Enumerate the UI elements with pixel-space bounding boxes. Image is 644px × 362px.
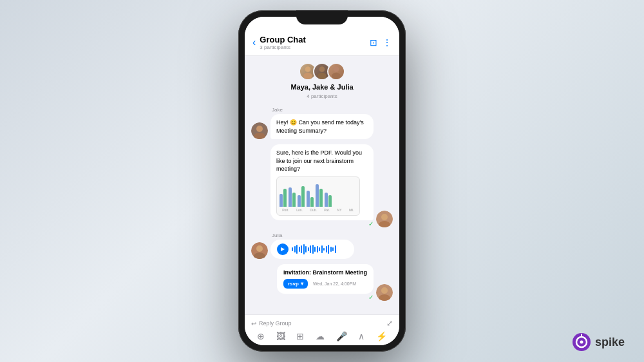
reply-placeholder[interactable]: Reply Group xyxy=(259,320,384,327)
reply-icon: ↩ xyxy=(251,320,256,327)
svg-point-13 xyxy=(256,245,263,252)
toolbar-row: ⊕ 🖼 ⊞ ☁ 🎤 ∧ ⚡ xyxy=(251,331,393,341)
mic-icon[interactable]: 🎤 xyxy=(336,331,347,341)
svg-point-4 xyxy=(334,66,339,72)
rsvp-button[interactable]: rsvp ▾ xyxy=(283,279,308,289)
reply-row: ↩ Reply Group ⤢ xyxy=(251,319,393,328)
julia-voice-col: Julia ▶ xyxy=(270,233,354,259)
my-avatar-2 xyxy=(376,284,393,301)
invite-date: Wed, Jan 22, 4:00PM xyxy=(313,281,356,286)
phone-screen: ‹ Group Chat 3 participants ⊡ ⋮ xyxy=(245,17,399,345)
jake-avatar xyxy=(251,122,268,139)
edit-icon[interactable]: ⊡ xyxy=(370,37,377,48)
phone-notch xyxy=(296,10,348,24)
my-avatar-1 xyxy=(376,211,393,227)
chat-subtitle: 3 participants xyxy=(260,44,366,50)
rsvp-chevron: ▾ xyxy=(301,281,303,287)
group-info-card: Maya, Jake & Julia 4 participants xyxy=(251,62,393,99)
outgoing1-text: Sure, here is the PDF. Would you like to… xyxy=(276,149,362,172)
svg-point-7 xyxy=(256,126,263,132)
chat-body: Maya, Jake & Julia 4 participants Jake H… xyxy=(245,56,399,314)
rsvp-label: rsvp xyxy=(288,281,299,287)
play-button[interactable]: ▶ xyxy=(277,243,289,255)
invite-actions: rsvp ▾ Wed, Jan 22, 4:00PM xyxy=(283,279,367,289)
svg-point-1 xyxy=(303,73,312,79)
jake-message-text: Hey! 😊 Can you send me today's Meeting S… xyxy=(276,119,364,134)
invite-bubble: Invitation: Brainstorm Meeting rsvp ▾ We… xyxy=(277,264,374,294)
jake-message-bubble: Hey! 😊 Can you send me today's Meeting S… xyxy=(270,114,374,139)
jake-message-col: Jake Hey! 😊 Can you send me today's Meet… xyxy=(270,107,374,139)
message-row-outgoing1: Sure, here is the PDF. Would you like to… xyxy=(251,144,393,227)
spike-branding: spike xyxy=(572,332,625,352)
tick-check-1: ✓ xyxy=(368,220,374,227)
chart-container: Port.Lon.Dub.Par.NYMil. xyxy=(276,176,360,216)
svg-point-0 xyxy=(305,66,311,72)
chat-title: Group Chat xyxy=(260,35,366,44)
expand-icon[interactable]: ⤢ xyxy=(386,319,393,328)
svg-point-5 xyxy=(332,73,341,79)
svg-point-3 xyxy=(317,73,327,79)
grid-icon[interactable]: ⊞ xyxy=(296,331,304,341)
tick-check-2: ✓ xyxy=(368,294,374,301)
more-icon[interactable]: ⋮ xyxy=(383,37,392,48)
julia-sender-name: Julia xyxy=(270,233,354,238)
spike-name: spike xyxy=(595,336,625,349)
outgoing1-bubble: Sure, here is the PDF. Would you like to… xyxy=(270,144,374,220)
message-row-invite: Invitation: Brainstorm Meeting rsvp ▾ We… xyxy=(251,264,393,301)
message-row-jake: Jake Hey! 😊 Can you send me today's Meet… xyxy=(251,107,393,139)
plus-icon[interactable]: ⊕ xyxy=(257,331,265,341)
julia-avatar xyxy=(251,242,268,259)
chart-labels: Port.Lon.Dub.Par.NYMil. xyxy=(279,208,357,213)
back-button[interactable]: ‹ xyxy=(252,37,256,48)
spike-logo-icon xyxy=(572,332,591,352)
svg-point-16 xyxy=(381,287,388,294)
header-title-block: Group Chat 3 participants xyxy=(260,35,366,50)
outgoing1-col: Sure, here is the PDF. Would you like to… xyxy=(270,144,374,227)
svg-point-10 xyxy=(381,214,388,220)
invite-col: Invitation: Brainstorm Meeting rsvp ▾ We… xyxy=(277,264,374,301)
up-icon[interactable]: ∧ xyxy=(358,331,365,341)
group-avatars xyxy=(299,62,345,81)
invite-title: Invitation: Brainstorm Meeting xyxy=(283,269,367,276)
group-name: Maya, Jake & Julia xyxy=(290,83,353,91)
phone-mockup: ‹ Group Chat 3 participants ⊡ ⋮ xyxy=(238,10,406,352)
cloud-icon[interactable]: ☁ xyxy=(316,331,325,341)
input-bar: ↩ Reply Group ⤢ ⊕ 🖼 ⊞ ☁ 🎤 ∧ ⚡ xyxy=(245,314,399,345)
jake-sender-name: Jake xyxy=(270,107,374,113)
svg-point-2 xyxy=(319,66,325,72)
message-row-julia-voice: Julia ▶ xyxy=(251,233,393,259)
group-participants: 4 participants xyxy=(307,93,337,99)
svg-point-20 xyxy=(580,341,583,344)
lightning-icon[interactable]: ⚡ xyxy=(376,331,387,341)
image-icon[interactable]: 🖼 xyxy=(276,331,285,341)
waveform xyxy=(292,244,336,254)
header-icons: ⊡ ⋮ xyxy=(370,37,392,48)
chart-bars xyxy=(279,181,357,207)
voice-bubble: ▶ xyxy=(270,240,354,259)
